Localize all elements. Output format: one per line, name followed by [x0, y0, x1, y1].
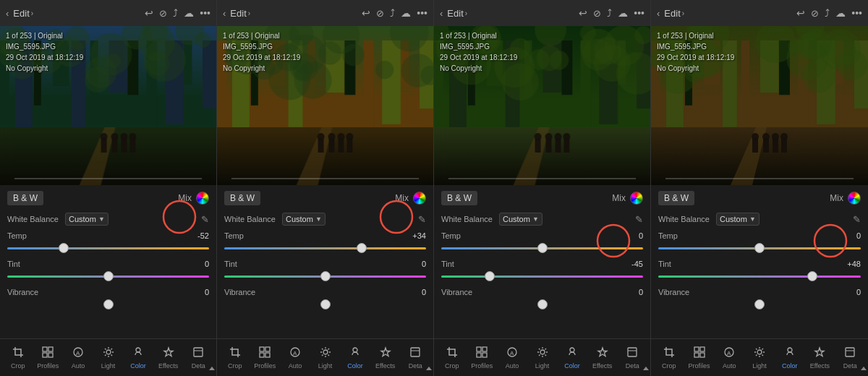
temp-label: Temp	[658, 231, 678, 240]
tool-item-profiles[interactable]: Profiles	[467, 346, 498, 369]
tint-track-container[interactable]	[7, 270, 209, 282]
color-wheel[interactable]	[848, 192, 861, 205]
tool-item-profiles[interactable]: Profiles	[33, 346, 64, 369]
eyedropper-icon[interactable]: ✎	[853, 214, 861, 225]
back-icon[interactable]: ‹	[223, 8, 226, 19]
back-icon[interactable]: ‹	[657, 8, 660, 19]
tool-item-deta[interactable]: Deta	[183, 346, 213, 369]
tool-item-crop[interactable]: Crop	[220, 346, 250, 369]
tool-item-deta[interactable]: Deta	[835, 346, 865, 369]
bw-button[interactable]: B & W	[658, 191, 694, 205]
eyedropper-icon[interactable]: ✎	[635, 214, 643, 225]
tool-item-effects[interactable]: Effects	[153, 346, 184, 369]
tool-item-auto[interactable]: A Auto	[280, 346, 310, 369]
share-icon[interactable]: ⤴	[173, 7, 178, 19]
tint-thumb[interactable]	[320, 271, 331, 281]
tool-item-deta[interactable]: Deta	[400, 346, 430, 369]
undo-icon[interactable]: ↩	[796, 7, 805, 19]
wb-select[interactable]: Custom ▼	[282, 213, 326, 226]
tool-item-light[interactable]: Light	[744, 346, 775, 369]
bw-button[interactable]: B & W	[441, 191, 477, 205]
vibrance-track	[658, 304, 861, 306]
tint-track-container[interactable]	[224, 270, 426, 282]
undo-icon[interactable]: ↩	[579, 7, 587, 19]
temp-track-container[interactable]	[7, 242, 209, 254]
bw-button[interactable]: B & W	[7, 191, 43, 205]
reset-icon[interactable]: ⊘	[376, 8, 384, 19]
eyedropper-icon[interactable]: ✎	[418, 214, 426, 225]
temp-thumb[interactable]	[754, 243, 765, 253]
temp-track-container[interactable]	[441, 242, 643, 254]
edit-label[interactable]: Edit ›	[13, 8, 33, 19]
tool-item-color[interactable]: Color	[557, 346, 587, 369]
vibrance-thumb[interactable]	[103, 299, 114, 309]
eyedropper-icon[interactable]: ✎	[201, 214, 209, 225]
tool-item-light[interactable]: Light	[93, 346, 124, 369]
vibrance-thumb[interactable]	[537, 299, 548, 309]
temp-thumb[interactable]	[537, 243, 548, 253]
tool-item-light[interactable]: Light	[310, 346, 341, 369]
cloud-icon[interactable]: ☁	[401, 7, 411, 19]
more-icon[interactable]: •••	[851, 7, 862, 19]
reset-icon[interactable]: ⊘	[593, 8, 601, 19]
tool-item-light[interactable]: Light	[527, 346, 558, 369]
wb-select[interactable]: Custom ▼	[716, 213, 760, 226]
meta-line4: No Copyright	[440, 63, 517, 74]
tool-item-color[interactable]: Color	[123, 346, 153, 369]
tool-item-color[interactable]: Color	[340, 346, 370, 369]
tool-item-profiles[interactable]: Profiles	[684, 346, 715, 369]
share-icon[interactable]: ⤴	[825, 7, 830, 19]
more-icon[interactable]: •••	[634, 7, 644, 19]
tint-thumb[interactable]	[103, 271, 114, 281]
vibrance-track-container[interactable]	[7, 299, 209, 310]
reset-icon[interactable]: ⊘	[811, 8, 819, 19]
vibrance-thumb[interactable]	[320, 299, 331, 309]
reset-icon[interactable]: ⊘	[159, 8, 167, 19]
temp-thumb[interactable]	[357, 243, 367, 253]
tool-item-crop[interactable]: Crop	[437, 346, 467, 369]
temp-thumb[interactable]	[59, 243, 69, 253]
color-wheel[interactable]	[196, 192, 209, 205]
wb-select[interactable]: Custom ▼	[65, 213, 109, 226]
temp-slider-row: Temp +34	[224, 231, 426, 254]
tint-thumb[interactable]	[807, 271, 817, 281]
more-icon[interactable]: •••	[200, 7, 210, 19]
tool-item-effects[interactable]: Effects	[587, 346, 618, 369]
cloud-icon[interactable]: ☁	[184, 7, 194, 19]
back-icon[interactable]: ‹	[6, 8, 9, 19]
back-icon[interactable]: ‹	[440, 8, 443, 19]
tool-item-effects[interactable]: Effects	[370, 346, 401, 369]
tint-track-container[interactable]	[441, 270, 643, 282]
more-icon[interactable]: •••	[417, 7, 427, 19]
temp-track-container[interactable]	[658, 242, 861, 254]
edit-label[interactable]: Edit ›	[664, 8, 684, 19]
edit-label[interactable]: Edit ›	[230, 8, 250, 19]
tool-item-profiles[interactable]: Profiles	[250, 346, 281, 369]
undo-icon[interactable]: ↩	[362, 7, 370, 19]
tint-thumb[interactable]	[485, 271, 495, 281]
cloud-icon[interactable]: ☁	[835, 7, 846, 19]
cloud-icon[interactable]: ☁	[618, 7, 628, 19]
share-icon[interactable]: ⤴	[607, 7, 612, 19]
tool-item-auto[interactable]: A Auto	[714, 346, 744, 369]
vibrance-track-container[interactable]	[658, 299, 861, 310]
color-wheel[interactable]	[630, 192, 643, 205]
edit-label[interactable]: Edit ›	[447, 8, 467, 19]
wb-select[interactable]: Custom ▼	[499, 213, 542, 226]
tool-item-crop[interactable]: Crop	[3, 346, 33, 369]
tint-track-container[interactable]	[658, 270, 861, 282]
vibrance-track-container[interactable]	[441, 299, 643, 310]
vibrance-track-container[interactable]	[224, 299, 426, 310]
tool-item-effects[interactable]: Effects	[805, 346, 835, 369]
share-icon[interactable]: ⤴	[390, 7, 395, 19]
tool-item-deta[interactable]: Deta	[617, 346, 647, 369]
vibrance-thumb[interactable]	[754, 299, 765, 309]
tool-item-crop[interactable]: Crop	[654, 346, 684, 369]
temp-track-container[interactable]	[224, 242, 426, 254]
tool-item-auto[interactable]: A Auto	[497, 346, 527, 369]
tool-item-auto[interactable]: A Auto	[63, 346, 93, 369]
tool-item-color[interactable]: Color	[775, 346, 805, 369]
undo-icon[interactable]: ↩	[145, 7, 153, 19]
color-wheel[interactable]	[413, 192, 426, 205]
bw-button[interactable]: B & W	[224, 191, 260, 205]
